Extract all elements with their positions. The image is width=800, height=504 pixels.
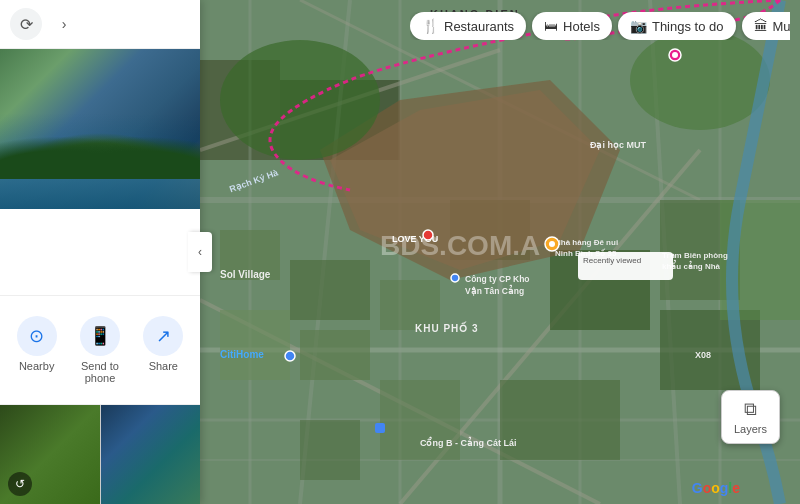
svg-rect-20	[220, 310, 290, 380]
map-container[interactable]: BDS.COM.A KHANG DIEN Sol Village CitiHom…	[200, 0, 800, 504]
collapse-panel-button[interactable]: ‹	[188, 232, 212, 272]
svg-text:Cổng B - Cảng Cát Lái: Cổng B - Cảng Cát Lái	[420, 436, 517, 448]
collapse-icon: ‹	[198, 245, 202, 259]
layers-label: Layers	[734, 423, 767, 435]
svg-point-33	[630, 30, 770, 130]
forward-icon: ›	[62, 16, 67, 32]
svg-text:Vận Tân Cảng: Vận Tân Cảng	[465, 284, 524, 296]
hotels-icon: 🛏	[544, 18, 558, 34]
svg-text:Sol Village: Sol Village	[220, 269, 271, 280]
send-to-phone-button[interactable]: 📱 Send tophone	[72, 311, 128, 389]
svg-point-60	[451, 274, 459, 282]
top-navigation: 🍴 Restaurants 🛏 Hotels 📷 Things to do 🏛 …	[410, 12, 790, 40]
restaurants-label: Restaurants	[444, 19, 514, 34]
svg-point-32	[220, 40, 380, 160]
svg-rect-28	[380, 380, 460, 460]
museums-icon: 🏛	[754, 18, 768, 34]
things-to-do-icon: 📷	[630, 18, 647, 34]
main-photo-section	[0, 49, 200, 209]
send-to-phone-icon: 📱	[80, 316, 120, 356]
rotate-icon: ↺	[8, 472, 32, 496]
nearby-button[interactable]: ⊙ Nearby	[9, 311, 65, 389]
svg-text:KHU PHỐ 3: KHU PHỐ 3	[415, 321, 479, 334]
water-reflection	[0, 159, 200, 209]
bottom-photo-1[interactable]: ↺	[0, 405, 101, 504]
svg-rect-21	[300, 330, 370, 380]
google-logo: Google	[692, 480, 740, 496]
layers-button[interactable]: ⧉ Layers	[721, 390, 780, 444]
actions-row: ⊙ Nearby 📱 Send tophone ↗ Share	[0, 295, 200, 404]
search-button[interactable]: ⟳	[10, 8, 42, 40]
bottom-photo-2[interactable]	[101, 405, 201, 504]
svg-text:CitiHome: CitiHome	[220, 349, 264, 360]
museums-label: Museums	[773, 19, 791, 34]
svg-rect-19	[290, 260, 370, 320]
nearby-icon: ⊙	[17, 316, 57, 356]
bottom-photos: ↺	[0, 404, 200, 504]
svg-rect-29	[300, 420, 360, 480]
things-to-do-pill[interactable]: 📷 Things to do	[618, 12, 736, 40]
hotels-pill[interactable]: 🛏 Hotels	[532, 12, 612, 40]
svg-point-55	[423, 230, 433, 240]
main-photo	[0, 49, 200, 209]
restaurants-pill[interactable]: 🍴 Restaurants	[410, 12, 526, 40]
share-label: Share	[149, 360, 178, 372]
send-to-phone-label: Send tophone	[81, 360, 119, 384]
nearby-label: Nearby	[19, 360, 54, 372]
things-to-do-label: Things to do	[652, 19, 724, 34]
left-panel: ⟳ › ‹ ⊙ Nearby 📱 Send tophone ↗ Share	[0, 0, 200, 504]
search-icon: ⟳	[20, 15, 33, 34]
svg-text:Recently viewed: Recently viewed	[583, 256, 641, 265]
search-bar: ⟳ ›	[0, 0, 200, 49]
svg-text:Đại học MUT: Đại học MUT	[590, 140, 647, 150]
svg-point-58	[285, 351, 295, 361]
share-button[interactable]: ↗ Share	[135, 311, 191, 389]
svg-rect-59	[375, 423, 385, 433]
svg-point-57	[549, 241, 555, 247]
museums-pill[interactable]: 🏛 Museums	[742, 12, 791, 40]
hotels-label: Hotels	[563, 19, 600, 34]
layers-icon: ⧉	[744, 399, 757, 420]
svg-text:X08: X08	[695, 350, 711, 360]
restaurants-icon: 🍴	[422, 18, 439, 34]
info-section	[0, 209, 200, 295]
svg-text:Nhà hàng Đê nui: Nhà hàng Đê nui	[555, 238, 618, 247]
svg-rect-27	[500, 380, 620, 460]
share-icon: ↗	[143, 316, 183, 356]
forward-button[interactable]: ›	[50, 10, 78, 38]
svg-text:Công ty CP Kho: Công ty CP Kho	[465, 274, 530, 284]
svg-point-54	[672, 52, 678, 58]
